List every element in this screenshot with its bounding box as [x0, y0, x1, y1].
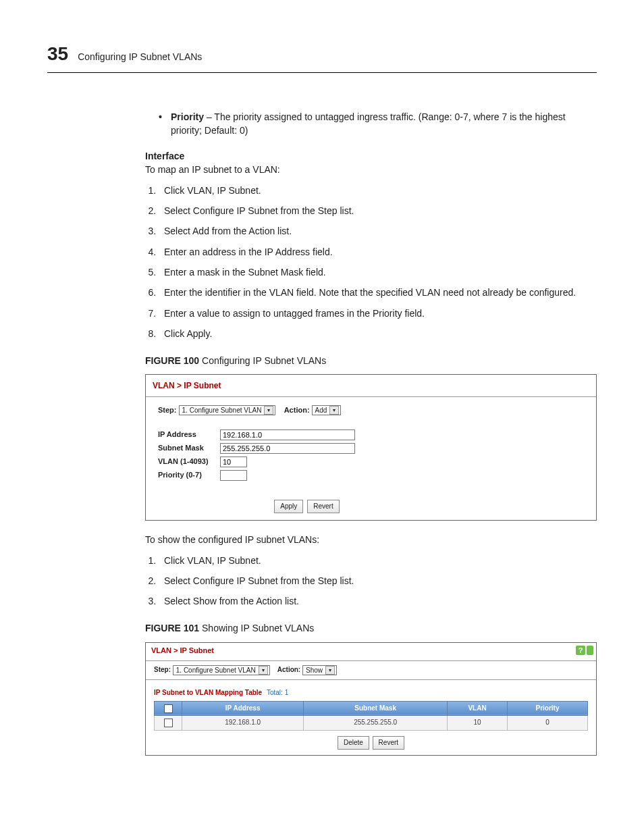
- step-item: Click Apply.: [159, 327, 597, 340]
- figure-100-label: FIGURE 100: [145, 355, 199, 366]
- subnet-mask-label: Subnet Mask: [158, 443, 220, 454]
- interface-intro: To map an IP subnet to a VLAN:: [145, 163, 597, 176]
- step-item: Click VLAN, IP Subnet.: [159, 184, 597, 197]
- col-ip-address: IP Address: [182, 701, 304, 716]
- chevron-down-icon: ▾: [259, 666, 268, 675]
- revert-button[interactable]: Revert: [307, 500, 339, 514]
- cell-subnet-mask: 255.255.255.0: [304, 716, 448, 731]
- subnet-mask-row: Subnet Mask: [146, 442, 596, 455]
- step-item: Select Configure IP Subnet from the Step…: [159, 204, 597, 217]
- figure-100-buttons: Apply Revert: [146, 498, 596, 514]
- cell-vlan: 10: [448, 716, 508, 731]
- step-action-row: Step: 1. Configure Subnet VLAN ▾ Action:…: [146, 664, 596, 677]
- checkbox-icon[interactable]: [164, 704, 173, 713]
- ip-address-row: IP Address: [146, 428, 596, 442]
- figure-101-title: Showing IP Subnet VLANs: [199, 623, 314, 633]
- figure-101-caption: FIGURE 101 Showing IP Subnet VLANs: [145, 621, 597, 635]
- page-header: 35 Configuring IP Subnet VLANs: [47, 41, 597, 73]
- step-select[interactable]: 1. Configure Subnet VLAN ▾: [179, 405, 276, 415]
- ip-address-input[interactable]: [220, 429, 355, 440]
- action-select[interactable]: Show ▾: [302, 665, 337, 675]
- vlan-input[interactable]: [220, 457, 247, 467]
- table-title-row: IP Subnet to VLAN Mapping Table Total: 1: [146, 683, 596, 701]
- action-label: Action:: [277, 666, 300, 673]
- show-steps: Click VLAN, IP Subnet. Select Configure …: [145, 554, 597, 608]
- figure-101-buttons: Delete Revert: [146, 736, 596, 750]
- checkbox-icon[interactable]: [164, 719, 173, 727]
- mapping-table: IP Address Subnet Mask VLAN Priority 192…: [154, 701, 588, 731]
- step-action-row: Step: 1. Configure Subnet VLAN ▾ Action:…: [146, 402, 596, 423]
- table-title: IP Subnet to VLAN Mapping Table: [154, 689, 262, 696]
- step-item: Click VLAN, IP Subnet.: [159, 554, 597, 567]
- action-select-value: Add: [315, 406, 327, 416]
- priority-label: Priority (0-7): [158, 470, 220, 481]
- step-select[interactable]: 1. Configure Subnet VLAN ▾: [173, 665, 270, 675]
- table-row: 192.168.1.0 255.255.255.0 10 0: [155, 716, 588, 731]
- col-vlan: VLAN: [448, 701, 508, 716]
- priority-bullet: Priority – The priority assigned to unta…: [159, 110, 597, 138]
- interface-steps: Click VLAN, IP Subnet. Select Configure …: [145, 184, 597, 340]
- show-intro: To show the configured IP subnet VLANs:: [145, 533, 597, 546]
- priority-bullet-label: Priority: [171, 111, 204, 122]
- figure-100-title: Configuring IP Subnet VLANs: [199, 355, 326, 366]
- select-all-header[interactable]: [155, 701, 182, 716]
- divider: [146, 679, 596, 680]
- step-label: Step:: [158, 406, 177, 414]
- vlan-label: VLAN (1-4093): [158, 457, 220, 467]
- chevron-down-icon: ▾: [329, 406, 339, 415]
- priority-bullet-text: – The priority assigned to untagged ingr…: [171, 111, 566, 136]
- col-priority: Priority: [508, 701, 588, 716]
- step-item: Select Configure IP Subnet from the Step…: [159, 574, 597, 588]
- action-label: Action:: [284, 406, 310, 414]
- cell-ip-address: 192.168.1.0: [182, 716, 304, 731]
- vlan-row: VLAN (1-4093): [146, 455, 596, 469]
- cell-priority: 0: [508, 716, 588, 731]
- svg-text:?: ?: [579, 646, 583, 654]
- divider: [146, 396, 596, 397]
- revert-button[interactable]: Revert: [373, 736, 404, 750]
- apply-button[interactable]: Apply: [274, 500, 303, 514]
- interface-heading: Interface: [145, 149, 597, 163]
- figure-101-label: FIGURE 101: [145, 623, 199, 633]
- action-select[interactable]: Add ▾: [312, 405, 342, 415]
- breadcrumb: VLAN > IP Subnet: [151, 646, 214, 656]
- step-label: Step:: [154, 666, 171, 673]
- table-header-row: IP Address Subnet Mask VLAN Priority: [155, 701, 588, 716]
- delete-button[interactable]: Delete: [338, 736, 369, 750]
- action-select-value: Show: [306, 666, 323, 676]
- svg-rect-2: [587, 646, 593, 655]
- step-item: Enter an address in the IP Address field…: [159, 245, 597, 259]
- chapter-title: Configuring IP Subnet VLANs: [78, 50, 202, 63]
- figure-101-panel: VLAN > IP Subnet ? Step: 1. Configure Su…: [145, 642, 597, 756]
- divider: [146, 660, 596, 661]
- help-icon[interactable]: ?: [576, 646, 593, 658]
- priority-bullet-list: Priority – The priority assigned to unta…: [145, 110, 597, 138]
- step-select-value: 1. Configure Subnet VLAN: [176, 666, 256, 676]
- figure-100-caption: FIGURE 100 Configuring IP Subnet VLANs: [145, 354, 597, 367]
- figure-101-topbar: VLAN > IP Subnet ?: [146, 643, 596, 658]
- chevron-down-icon: ▾: [325, 666, 335, 675]
- subnet-mask-input[interactable]: [220, 443, 355, 454]
- figure-100-panel: VLAN > IP Subnet Step: 1. Configure Subn…: [145, 374, 597, 521]
- step-item: Enter the identifier in the VLAN field. …: [159, 286, 597, 299]
- ip-address-label: IP Address: [158, 429, 220, 440]
- chevron-down-icon: ▾: [264, 406, 273, 415]
- priority-input[interactable]: [220, 470, 247, 481]
- content-column: Priority – The priority assigned to unta…: [145, 110, 597, 756]
- chapter-number: 35: [47, 41, 68, 68]
- step-select-value: 1. Configure Subnet VLAN: [182, 406, 262, 416]
- breadcrumb: VLAN > IP Subnet: [146, 375, 596, 396]
- step-item: Enter a mask in the Subnet Mask field.: [159, 265, 597, 279]
- step-item: Select Add from the Action list.: [159, 224, 597, 238]
- priority-row: Priority (0-7): [146, 469, 596, 482]
- row-checkbox-cell[interactable]: [155, 716, 182, 731]
- step-item: Enter a value to assign to untagged fram…: [159, 307, 597, 320]
- table-total: Total: 1: [267, 689, 288, 696]
- col-subnet-mask: Subnet Mask: [304, 701, 448, 716]
- step-item: Select Show from the Action list.: [159, 594, 597, 608]
